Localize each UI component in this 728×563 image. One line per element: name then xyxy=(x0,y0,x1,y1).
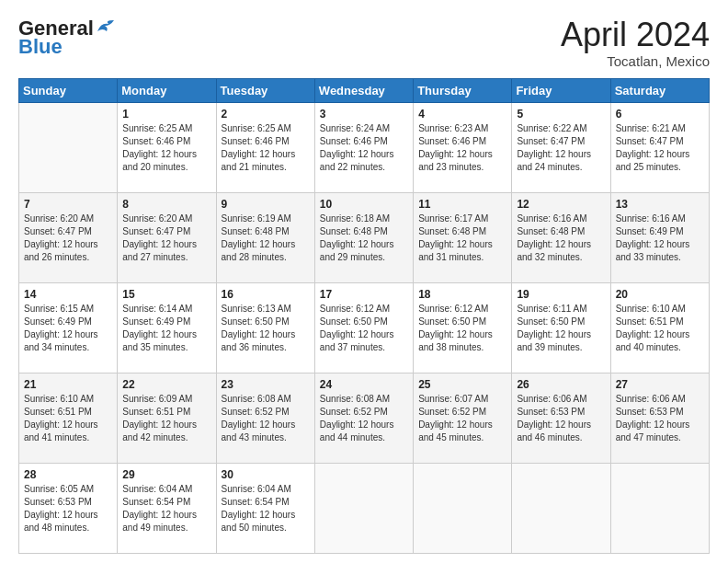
day-info: Sunrise: 6:09 AMSunset: 6:51 PMDaylight:… xyxy=(122,393,210,444)
day-number: 22 xyxy=(122,377,210,392)
calendar-cell: 16Sunrise: 6:13 AMSunset: 6:50 PMDayligh… xyxy=(216,282,314,373)
calendar-cell: 1Sunrise: 6:25 AMSunset: 6:46 PMDaylight… xyxy=(118,102,216,192)
day-info: Sunrise: 6:16 AMSunset: 6:49 PMDaylight:… xyxy=(616,213,704,264)
day-info: Sunrise: 6:16 AMSunset: 6:48 PMDaylight:… xyxy=(517,213,605,264)
day-info: Sunrise: 6:10 AMSunset: 6:51 PMDaylight:… xyxy=(24,393,112,444)
calendar-cell: 14Sunrise: 6:15 AMSunset: 6:49 PMDayligh… xyxy=(19,282,118,373)
day-number: 6 xyxy=(616,107,704,121)
day-number: 5 xyxy=(517,107,605,121)
day-info: Sunrise: 6:10 AMSunset: 6:51 PMDaylight:… xyxy=(616,303,704,354)
calendar-cell: 25Sunrise: 6:07 AMSunset: 6:52 PMDayligh… xyxy=(414,373,512,463)
day-info: Sunrise: 6:15 AMSunset: 6:49 PMDaylight:… xyxy=(24,303,112,354)
calendar-cell xyxy=(314,463,413,553)
calendar-cell: 13Sunrise: 6:16 AMSunset: 6:49 PMDayligh… xyxy=(610,192,709,282)
calendar-cell: 23Sunrise: 6:08 AMSunset: 6:52 PMDayligh… xyxy=(216,373,314,463)
day-number: 15 xyxy=(122,287,210,302)
calendar-cell: 18Sunrise: 6:12 AMSunset: 6:50 PMDayligh… xyxy=(414,282,512,373)
calendar-cell: 19Sunrise: 6:11 AMSunset: 6:50 PMDayligh… xyxy=(512,282,610,373)
calendar-cell: 6Sunrise: 6:21 AMSunset: 6:47 PMDaylight… xyxy=(610,102,709,192)
day-number: 20 xyxy=(616,287,704,302)
day-number: 11 xyxy=(418,197,506,212)
calendar-cell: 30Sunrise: 6:04 AMSunset: 6:54 PMDayligh… xyxy=(216,463,314,553)
calendar-header-thursday: Thursday xyxy=(414,78,512,102)
day-number: 26 xyxy=(517,377,605,392)
calendar-table: SundayMondayTuesdayWednesdayThursdayFrid… xyxy=(18,78,710,554)
day-number: 3 xyxy=(320,107,408,121)
day-number: 1 xyxy=(122,107,210,121)
day-info: Sunrise: 6:08 AMSunset: 6:52 PMDaylight:… xyxy=(320,393,408,444)
day-number: 18 xyxy=(418,287,506,302)
calendar-cell: 9Sunrise: 6:19 AMSunset: 6:48 PMDaylight… xyxy=(216,192,314,282)
logo: General Blue xyxy=(18,17,116,59)
calendar-header-tuesday: Tuesday xyxy=(216,78,314,102)
day-info: Sunrise: 6:06 AMSunset: 6:53 PMDaylight:… xyxy=(616,393,704,444)
calendar-cell: 29Sunrise: 6:04 AMSunset: 6:54 PMDayligh… xyxy=(118,463,216,553)
day-info: Sunrise: 6:06 AMSunset: 6:53 PMDaylight:… xyxy=(517,393,605,444)
calendar-header-friday: Friday xyxy=(512,78,610,102)
calendar-header-monday: Monday xyxy=(118,78,216,102)
day-number: 14 xyxy=(24,287,112,302)
logo-bird-icon xyxy=(96,18,116,35)
calendar-week-row: 1Sunrise: 6:25 AMSunset: 6:46 PMDaylight… xyxy=(19,102,710,192)
calendar-cell xyxy=(512,463,610,553)
day-number: 19 xyxy=(517,287,605,302)
day-info: Sunrise: 6:22 AMSunset: 6:47 PMDaylight:… xyxy=(517,122,605,174)
calendar-cell: 21Sunrise: 6:10 AMSunset: 6:51 PMDayligh… xyxy=(19,373,118,463)
calendar-cell: 22Sunrise: 6:09 AMSunset: 6:51 PMDayligh… xyxy=(118,373,216,463)
calendar-cell: 15Sunrise: 6:14 AMSunset: 6:49 PMDayligh… xyxy=(118,282,216,373)
day-info: Sunrise: 6:08 AMSunset: 6:52 PMDaylight:… xyxy=(222,393,310,444)
calendar-week-row: 7Sunrise: 6:20 AMSunset: 6:47 PMDaylight… xyxy=(19,192,710,282)
day-info: Sunrise: 6:17 AMSunset: 6:48 PMDaylight:… xyxy=(418,213,506,264)
header: General Blue April 2024 Tocatlan, Mexico xyxy=(18,17,710,69)
calendar-cell: 17Sunrise: 6:12 AMSunset: 6:50 PMDayligh… xyxy=(314,282,413,373)
day-info: Sunrise: 6:20 AMSunset: 6:47 PMDaylight:… xyxy=(122,213,210,264)
calendar-cell: 2Sunrise: 6:25 AMSunset: 6:46 PMDaylight… xyxy=(216,102,314,192)
day-info: Sunrise: 6:11 AMSunset: 6:50 PMDaylight:… xyxy=(517,303,605,354)
calendar-cell xyxy=(19,102,118,192)
day-number: 10 xyxy=(320,197,408,212)
month-title: April 2024 xyxy=(561,17,710,53)
location: Tocatlan, Mexico xyxy=(561,53,710,69)
day-number: 16 xyxy=(222,287,310,302)
calendar-cell: 28Sunrise: 6:05 AMSunset: 6:53 PMDayligh… xyxy=(19,463,118,553)
calendar-cell: 24Sunrise: 6:08 AMSunset: 6:52 PMDayligh… xyxy=(314,373,413,463)
calendar-cell: 12Sunrise: 6:16 AMSunset: 6:48 PMDayligh… xyxy=(512,192,610,282)
day-info: Sunrise: 6:24 AMSunset: 6:46 PMDaylight:… xyxy=(320,122,408,174)
day-info: Sunrise: 6:04 AMSunset: 6:54 PMDaylight:… xyxy=(222,483,310,534)
calendar-cell: 5Sunrise: 6:22 AMSunset: 6:47 PMDaylight… xyxy=(512,102,610,192)
day-number: 4 xyxy=(418,107,506,121)
day-number: 12 xyxy=(517,197,605,212)
day-number: 8 xyxy=(122,197,210,212)
page: General Blue April 2024 Tocatlan, Mexico… xyxy=(0,0,728,563)
day-info: Sunrise: 6:25 AMSunset: 6:46 PMDaylight:… xyxy=(222,122,310,174)
day-number: 25 xyxy=(418,377,506,392)
day-info: Sunrise: 6:19 AMSunset: 6:48 PMDaylight:… xyxy=(222,213,310,264)
calendar-cell: 11Sunrise: 6:17 AMSunset: 6:48 PMDayligh… xyxy=(414,192,512,282)
day-info: Sunrise: 6:12 AMSunset: 6:50 PMDaylight:… xyxy=(320,303,408,354)
calendar-cell: 3Sunrise: 6:24 AMSunset: 6:46 PMDaylight… xyxy=(314,102,413,192)
day-number: 29 xyxy=(122,467,210,482)
day-number: 2 xyxy=(222,107,310,121)
day-number: 23 xyxy=(222,377,310,392)
day-info: Sunrise: 6:12 AMSunset: 6:50 PMDaylight:… xyxy=(418,303,506,354)
day-info: Sunrise: 6:07 AMSunset: 6:52 PMDaylight:… xyxy=(418,393,506,444)
calendar-cell: 4Sunrise: 6:23 AMSunset: 6:46 PMDaylight… xyxy=(414,102,512,192)
day-info: Sunrise: 6:05 AMSunset: 6:53 PMDaylight:… xyxy=(24,483,112,534)
logo-blue: Blue xyxy=(18,35,63,59)
calendar-week-row: 14Sunrise: 6:15 AMSunset: 6:49 PMDayligh… xyxy=(19,282,710,373)
calendar-header-saturday: Saturday xyxy=(610,78,709,102)
calendar-cell: 10Sunrise: 6:18 AMSunset: 6:48 PMDayligh… xyxy=(314,192,413,282)
day-number: 13 xyxy=(616,197,704,212)
calendar-week-row: 28Sunrise: 6:05 AMSunset: 6:53 PMDayligh… xyxy=(19,463,710,553)
calendar-cell xyxy=(414,463,512,553)
calendar-cell: 20Sunrise: 6:10 AMSunset: 6:51 PMDayligh… xyxy=(610,282,709,373)
day-info: Sunrise: 6:13 AMSunset: 6:50 PMDaylight:… xyxy=(222,303,310,354)
day-number: 28 xyxy=(24,467,112,482)
day-info: Sunrise: 6:23 AMSunset: 6:46 PMDaylight:… xyxy=(418,122,506,174)
calendar-cell xyxy=(610,463,709,553)
day-number: 27 xyxy=(616,377,704,392)
day-number: 21 xyxy=(24,377,112,392)
calendar-header-row: SundayMondayTuesdayWednesdayThursdayFrid… xyxy=(19,78,710,102)
day-info: Sunrise: 6:25 AMSunset: 6:46 PMDaylight:… xyxy=(122,122,210,174)
calendar-cell: 27Sunrise: 6:06 AMSunset: 6:53 PMDayligh… xyxy=(610,373,709,463)
